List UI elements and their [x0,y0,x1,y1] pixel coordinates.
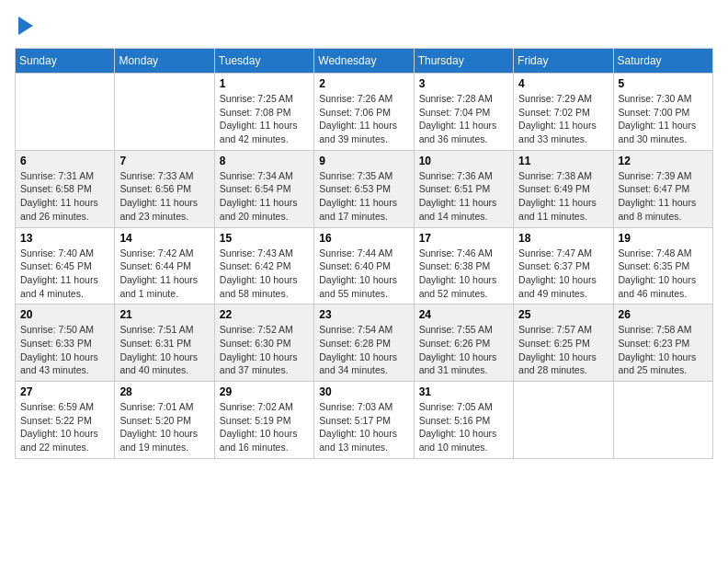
day-header-thursday: Thursday [414,49,513,74]
calendar-week-row: 6Sunrise: 7:31 AM Sunset: 6:58 PM Daylig… [16,150,713,227]
day-content: Sunrise: 7:55 AM Sunset: 6:26 PM Dayligh… [419,323,508,377]
calendar-cell: 11Sunrise: 7:38 AM Sunset: 6:49 PM Dayli… [514,150,613,227]
day-number: 26 [619,308,708,321]
day-number: 18 [518,232,608,245]
calendar-cell: 30Sunrise: 7:03 AM Sunset: 5:17 PM Dayli… [314,382,414,459]
calendar-cell: 12Sunrise: 7:39 AM Sunset: 6:47 PM Dayli… [613,150,712,227]
calendar-cell: 9Sunrise: 7:35 AM Sunset: 6:53 PM Daylig… [314,150,414,227]
day-content: Sunrise: 7:52 AM Sunset: 6:30 PM Dayligh… [220,323,309,377]
calendar-cell [514,382,613,459]
day-header-monday: Monday [115,49,214,74]
calendar-cell [115,74,214,151]
day-number: 2 [319,77,408,90]
day-number: 10 [419,155,508,167]
calendar-cell: 31Sunrise: 7:05 AM Sunset: 5:16 PM Dayli… [414,382,513,459]
calendar-cell: 3Sunrise: 7:28 AM Sunset: 7:04 PM Daylig… [414,74,513,151]
day-content: Sunrise: 7:02 AM Sunset: 5:19 PM Dayligh… [220,400,309,454]
day-number: 8 [220,155,309,167]
day-content: Sunrise: 7:43 AM Sunset: 6:42 PM Dayligh… [220,247,309,301]
day-content: Sunrise: 7:28 AM Sunset: 7:04 PM Dayligh… [419,92,508,146]
day-number: 17 [419,232,508,245]
day-content: Sunrise: 7:36 AM Sunset: 6:51 PM Dayligh… [419,169,508,224]
calendar-cell: 13Sunrise: 7:40 AM Sunset: 6:45 PM Dayli… [16,227,115,304]
calendar-cell: 16Sunrise: 7:44 AM Sunset: 6:40 PM Dayli… [314,227,414,304]
day-content: Sunrise: 7:30 AM Sunset: 7:00 PM Dayligh… [619,92,708,146]
calendar-cell: 17Sunrise: 7:46 AM Sunset: 6:38 PM Dayli… [414,227,513,304]
calendar-cell: 1Sunrise: 7:25 AM Sunset: 7:08 PM Daylig… [214,74,313,151]
day-content: Sunrise: 7:48 AM Sunset: 6:35 PM Dayligh… [619,247,708,301]
day-content: Sunrise: 7:38 AM Sunset: 6:49 PM Dayligh… [518,169,608,224]
day-number: 27 [20,385,109,398]
day-header-sunday: Sunday [16,49,115,74]
day-header-tuesday: Tuesday [214,49,313,74]
day-content: Sunrise: 7:34 AM Sunset: 6:54 PM Dayligh… [220,169,309,224]
calendar-cell: 21Sunrise: 7:51 AM Sunset: 6:31 PM Dayli… [115,304,214,382]
svg-marker-0 [18,17,33,35]
calendar-cell: 27Sunrise: 6:59 AM Sunset: 5:22 PM Dayli… [16,382,115,459]
day-number: 25 [518,308,608,321]
day-number: 12 [619,155,708,167]
day-number: 14 [119,232,209,245]
day-number: 5 [619,77,708,90]
calendar-cell: 7Sunrise: 7:33 AM Sunset: 6:56 PM Daylig… [115,150,214,227]
calendar-cell: 6Sunrise: 7:31 AM Sunset: 6:58 PM Daylig… [16,150,115,227]
day-content: Sunrise: 7:40 AM Sunset: 6:45 PM Dayligh… [20,247,109,301]
day-content: Sunrise: 7:54 AM Sunset: 6:28 PM Dayligh… [319,323,408,377]
day-number: 31 [419,385,508,398]
day-content: Sunrise: 7:57 AM Sunset: 6:25 PM Dayligh… [518,323,608,377]
day-number: 13 [20,232,109,245]
day-content: Sunrise: 7:44 AM Sunset: 6:40 PM Dayligh… [319,247,408,301]
calendar-cell: 14Sunrise: 7:42 AM Sunset: 6:44 PM Dayli… [115,227,214,304]
day-number: 9 [319,155,408,167]
day-content: Sunrise: 7:31 AM Sunset: 6:58 PM Dayligh… [20,169,109,224]
day-header-wednesday: Wednesday [314,49,414,74]
calendar-cell: 18Sunrise: 7:47 AM Sunset: 6:37 PM Dayli… [514,227,613,304]
day-content: Sunrise: 7:01 AM Sunset: 5:20 PM Dayligh… [119,400,209,454]
calendar-cell: 5Sunrise: 7:30 AM Sunset: 7:00 PM Daylig… [613,74,712,151]
day-content: Sunrise: 7:03 AM Sunset: 5:17 PM Dayligh… [319,400,408,454]
calendar-week-row: 27Sunrise: 6:59 AM Sunset: 5:22 PM Dayli… [16,382,713,459]
calendar-cell: 20Sunrise: 7:50 AM Sunset: 6:33 PM Dayli… [16,304,115,382]
day-number: 20 [20,308,109,321]
day-content: Sunrise: 7:35 AM Sunset: 6:53 PM Dayligh… [319,169,408,224]
calendar-cell: 4Sunrise: 7:29 AM Sunset: 7:02 PM Daylig… [514,74,613,151]
day-number: 3 [419,77,508,90]
page-header [15,15,713,37]
day-content: Sunrise: 7:50 AM Sunset: 6:33 PM Dayligh… [20,323,109,377]
day-number: 7 [119,155,209,167]
day-content: Sunrise: 7:33 AM Sunset: 6:56 PM Dayligh… [119,169,209,224]
day-number: 16 [319,232,408,245]
calendar-cell: 29Sunrise: 7:02 AM Sunset: 5:19 PM Dayli… [214,382,313,459]
day-content: Sunrise: 6:59 AM Sunset: 5:22 PM Dayligh… [20,400,109,454]
day-content: Sunrise: 7:51 AM Sunset: 6:31 PM Dayligh… [119,323,209,377]
day-number: 28 [119,385,209,398]
calendar-cell: 8Sunrise: 7:34 AM Sunset: 6:54 PM Daylig… [214,150,313,227]
calendar-table: SundayMondayTuesdayWednesdayThursdayFrid… [15,48,713,459]
day-number: 11 [518,155,608,167]
day-number: 24 [419,308,508,321]
day-number: 21 [119,308,209,321]
day-content: Sunrise: 7:42 AM Sunset: 6:44 PM Dayligh… [119,247,209,301]
day-number: 19 [619,232,708,245]
day-number: 6 [20,155,109,167]
day-content: Sunrise: 7:25 AM Sunset: 7:08 PM Dayligh… [220,92,309,146]
day-number: 30 [319,385,408,398]
calendar-week-row: 20Sunrise: 7:50 AM Sunset: 6:33 PM Dayli… [16,304,713,382]
calendar-cell [613,382,712,459]
calendar-cell [16,74,115,151]
calendar-cell: 25Sunrise: 7:57 AM Sunset: 6:25 PM Dayli… [514,304,613,382]
day-number: 15 [220,232,309,245]
calendar-header-row: SundayMondayTuesdayWednesdayThursdayFrid… [16,49,713,74]
day-content: Sunrise: 7:47 AM Sunset: 6:37 PM Dayligh… [518,247,608,301]
calendar-cell: 24Sunrise: 7:55 AM Sunset: 6:26 PM Dayli… [414,304,513,382]
day-number: 23 [319,308,408,321]
calendar-cell: 26Sunrise: 7:58 AM Sunset: 6:23 PM Dayli… [613,304,712,382]
logo-arrow-icon [17,15,35,37]
day-content: Sunrise: 7:26 AM Sunset: 7:06 PM Dayligh… [319,92,408,146]
calendar-cell: 2Sunrise: 7:26 AM Sunset: 7:06 PM Daylig… [314,74,414,151]
day-header-friday: Friday [514,49,613,74]
calendar-body: 1Sunrise: 7:25 AM Sunset: 7:08 PM Daylig… [16,74,713,459]
calendar-cell: 15Sunrise: 7:43 AM Sunset: 6:42 PM Dayli… [214,227,313,304]
day-header-saturday: Saturday [613,49,712,74]
day-content: Sunrise: 7:29 AM Sunset: 7:02 PM Dayligh… [518,92,608,146]
